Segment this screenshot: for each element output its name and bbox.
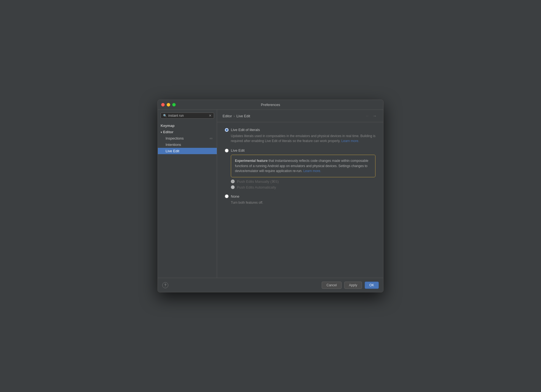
sub-option-push-auto-title: Push Edits Automatically <box>237 185 276 189</box>
option-live-edit: Live Edit Experimental feature that inst… <box>225 148 375 189</box>
radio-push-manually[interactable] <box>231 179 235 183</box>
search-clear-button[interactable]: ✕ <box>209 114 212 118</box>
option-live-edit-literals-description: Updates literals used in composables in … <box>231 134 375 143</box>
apply-button[interactable]: Apply <box>344 282 362 289</box>
sidebar-item-intentions[interactable]: Intentions <box>158 141 217 148</box>
learn-more-literals-link[interactable]: Learn more. <box>341 139 359 143</box>
sidebar-item-editor[interactable]: ▾Editor <box>158 129 217 135</box>
sub-radio-push-manually-label[interactable]: Push Edits Manually (⌘S) <box>225 179 375 184</box>
radio-live-edit-literals[interactable] <box>225 128 229 132</box>
option-live-edit-title: Live Edit <box>231 148 245 153</box>
traffic-lights <box>161 103 176 107</box>
sidebar: 🔍 ✕ Keymap ▾Editor Inspections ▭ Intenti… <box>158 110 217 278</box>
breadcrumb-parent: Editor <box>223 114 232 118</box>
maximize-button[interactable] <box>172 103 176 107</box>
expand-arrow-editor: ▾ <box>161 131 162 134</box>
sub-option-push-manually-title: Push Edits Manually (⌘S) <box>237 179 279 184</box>
sub-option-push-automatically: Push Edits Automatically <box>225 185 375 189</box>
footer-right: Cancel Apply OK <box>322 282 379 289</box>
option-live-edit-literals-label[interactable]: Live Edit of literals <box>225 128 375 132</box>
live-edit-experimental-box: Experimental feature that instantaneousl… <box>231 155 375 177</box>
option-none-label[interactable]: None <box>225 194 375 198</box>
breadcrumb-current: Live Edit <box>236 114 250 118</box>
option-none-title: None <box>231 194 239 198</box>
minimize-button[interactable] <box>167 103 170 107</box>
radio-live-edit[interactable] <box>225 149 229 153</box>
breadcrumb-separator: › <box>234 114 235 118</box>
option-none-description: Turn both features off. <box>231 200 375 205</box>
experimental-bold-text: Experimental feature <box>235 159 268 163</box>
option-none: None Turn both features off. <box>225 194 375 205</box>
sidebar-nav: Keymap ▾Editor Inspections ▭ Intentions … <box>158 121 217 278</box>
nav-arrows: ← → <box>364 113 378 119</box>
sidebar-item-inspections[interactable]: Inspections ▭ <box>158 135 217 141</box>
title-bar: Preferences <box>158 100 383 110</box>
option-live-edit-label[interactable]: Live Edit <box>225 148 375 153</box>
search-input[interactable] <box>168 114 207 118</box>
forward-arrow-button[interactable]: → <box>372 113 378 119</box>
inspections-icon: ▭ <box>210 137 212 140</box>
option-live-edit-literals: Live Edit of literals Updates literals u… <box>225 128 375 143</box>
search-bar: 🔍 ✕ <box>158 110 217 121</box>
sub-radio-push-auto-label[interactable]: Push Edits Automatically <box>225 185 375 189</box>
sub-option-push-manually: Push Edits Manually (⌘S) <box>225 179 375 184</box>
breadcrumb: Editor › Live Edit <box>223 114 250 118</box>
close-button[interactable] <box>161 103 165 107</box>
sidebar-item-keymap[interactable]: Keymap <box>158 122 217 129</box>
panel-body: Live Edit of literals Updates literals u… <box>217 122 383 278</box>
option-live-edit-literals-title: Live Edit of literals <box>231 128 260 132</box>
back-arrow-button[interactable]: ← <box>364 113 370 119</box>
ok-button[interactable]: OK <box>365 282 379 289</box>
right-panel: Editor › Live Edit ← → Live Edit of lite… <box>217 110 383 278</box>
radio-none[interactable] <box>225 194 229 198</box>
panel-header: Editor › Live Edit ← → <box>217 110 383 122</box>
help-button[interactable]: ? <box>162 282 168 288</box>
cancel-button[interactable]: Cancel <box>322 282 341 289</box>
main-content: 🔍 ✕ Keymap ▾Editor Inspections ▭ Intenti… <box>158 110 383 278</box>
footer: ? Cancel Apply OK <box>158 278 383 292</box>
learn-more-live-edit-link[interactable]: Learn more. <box>303 169 321 173</box>
window-title: Preferences <box>261 103 280 107</box>
search-icon: 🔍 <box>163 114 167 118</box>
search-input-wrapper: 🔍 ✕ <box>161 113 214 119</box>
radio-push-automatically[interactable] <box>231 185 235 189</box>
preferences-window: Preferences 🔍 ✕ Keymap ▾Editor I <box>158 100 383 292</box>
sidebar-item-live-edit[interactable]: Live Edit <box>158 148 217 154</box>
footer-left: ? <box>162 282 168 288</box>
